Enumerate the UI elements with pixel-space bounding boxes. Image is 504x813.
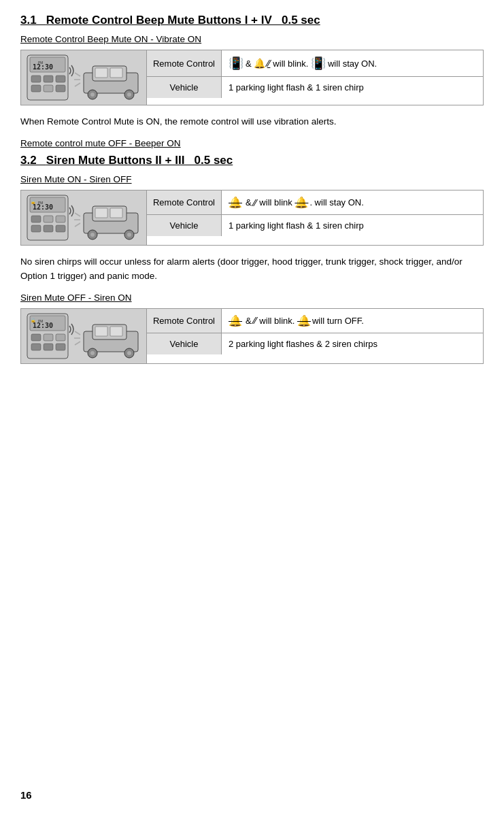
svg-rect-51 [31, 344, 41, 350]
svg-rect-39 [110, 208, 122, 218]
svg-text:12:30: 12:30 [33, 203, 53, 211]
svg-rect-16 [95, 68, 107, 78]
vehicle-value-31-1: 1 parking light flash & 1 siren chirp [222, 77, 483, 98]
table-32-1-right: Remote Control 🔔 & ∕∕ will blink 🔔 . wil… [147, 190, 483, 245]
svg-line-62 [75, 331, 80, 335]
vehicle-label-32-2: Vehicle [147, 333, 222, 354]
table-32-1: PM 12:30 🔒 [20, 190, 484, 246]
table-row-vehicle-31-1: Vehicle 1 parking light flash & 1 siren … [147, 77, 483, 98]
svg-rect-49 [44, 334, 53, 341]
svg-rect-53 [56, 344, 65, 350]
svg-line-40 [75, 213, 80, 216]
svg-line-20 [75, 83, 80, 86]
svg-point-15 [127, 93, 131, 97]
svg-rect-30 [44, 225, 53, 232]
svg-rect-7 [31, 85, 41, 92]
svg-point-37 [127, 233, 131, 237]
car-image-31-1: PM 12:30 [21, 50, 147, 105]
table-row-rc-32-2: Remote Control 🔔 & ∕∕ will blink. 🔔 will… [147, 309, 483, 333]
table-row-rc-31-1: Remote Control 📳 & 🔔 ∕∕ will blink. 📳 wi… [147, 50, 483, 77]
svg-line-42 [75, 223, 80, 227]
vehicle-value-32-1: 1 parking light flash & 1 siren chirp [222, 215, 483, 236]
table-32-2-right: Remote Control 🔔 & ∕∕ will blink. 🔔 will… [147, 309, 483, 363]
svg-point-14 [90, 93, 95, 97]
vehicle-value-32-2: 2 parking light flashes & 2 siren chirps [222, 333, 483, 354]
svg-line-64 [75, 342, 80, 345]
body-text-32: No siren chirps will occur unless for al… [20, 255, 484, 283]
svg-rect-29 [31, 225, 41, 232]
rc-label-32-2: Remote Control [147, 309, 222, 333]
page-number: 16 [20, 789, 32, 801]
svg-rect-50 [56, 334, 65, 341]
svg-rect-48 [31, 334, 41, 341]
svg-text:🔒: 🔒 [31, 318, 36, 323]
rc-label-32-1: Remote Control [147, 190, 222, 214]
subsection-32-2-title: Siren Mute OFF - Siren ON [20, 293, 484, 303]
table-31-1-right: Remote Control 📳 & 🔔 ∕∕ will blink. 📳 wi… [147, 50, 483, 105]
svg-rect-8 [44, 85, 53, 92]
subsection-31-1-title: Remote Control Beep Mute ON - Vibrate ON [20, 34, 484, 44]
svg-text:12:30: 12:30 [33, 63, 53, 71]
subsection-32-1-title: Siren Mute ON - Siren OFF [20, 174, 484, 184]
svg-text:🔒: 🔒 [31, 199, 36, 205]
rc-value-32-2: 🔔 & ∕∕ will blink. 🔔 will turn OFF. [222, 309, 483, 333]
table-31-1: PM 12:30 [20, 50, 484, 105]
subsection-31-2-title: Remote control mute OFF - Beeper ON [20, 138, 484, 148]
svg-rect-61 [110, 327, 122, 336]
svg-line-18 [75, 73, 80, 76]
svg-rect-5 [44, 76, 53, 82]
section-31-heading: 3.1 Remote Control Beep Mute Buttons I +… [20, 14, 484, 27]
svg-rect-27 [44, 216, 53, 222]
rc-value-32-1: 🔔 & ∕∕ will blink 🔔 . will stay ON. [222, 190, 483, 214]
table-row-rc-32-1: Remote Control 🔔 & ∕∕ will blink 🔔 . wil… [147, 190, 483, 215]
vehicle-label-31-1: Vehicle [147, 77, 222, 98]
rc-value-31-1: 📳 & 🔔 ∕∕ will blink. 📳 will stay ON. [222, 50, 483, 76]
svg-rect-52 [44, 344, 53, 350]
vehicle-label-32-1: Vehicle [147, 215, 222, 236]
svg-text:12:30: 12:30 [33, 322, 53, 329]
car-image-32-2: PM 12:30 🔒 [21, 309, 147, 363]
car-image-32-1: PM 12:30 🔒 [21, 190, 147, 245]
section-32-heading: 3.2 Siren Mute Buttons II + III 0.5 sec [20, 154, 484, 167]
svg-rect-31 [56, 225, 65, 232]
rc-label-31-1: Remote Control [147, 50, 222, 76]
svg-point-59 [127, 351, 131, 355]
body-text-31: When Remote Control Mute is ON, the remo… [20, 115, 484, 129]
table-row-vehicle-32-1: Vehicle 1 parking light flash & 1 siren … [147, 215, 483, 236]
svg-point-36 [90, 233, 95, 237]
svg-rect-6 [56, 76, 65, 82]
svg-rect-28 [56, 216, 65, 222]
svg-point-58 [90, 351, 95, 355]
svg-rect-4 [31, 76, 41, 82]
table-32-2: PM 12:30 🔒 [20, 308, 484, 364]
svg-rect-9 [56, 85, 65, 92]
table-row-vehicle-32-2: Vehicle 2 parking light flashes & 2 sire… [147, 333, 483, 354]
svg-rect-17 [110, 68, 122, 78]
svg-rect-38 [95, 208, 107, 218]
svg-rect-60 [95, 327, 107, 336]
svg-rect-26 [31, 216, 41, 222]
